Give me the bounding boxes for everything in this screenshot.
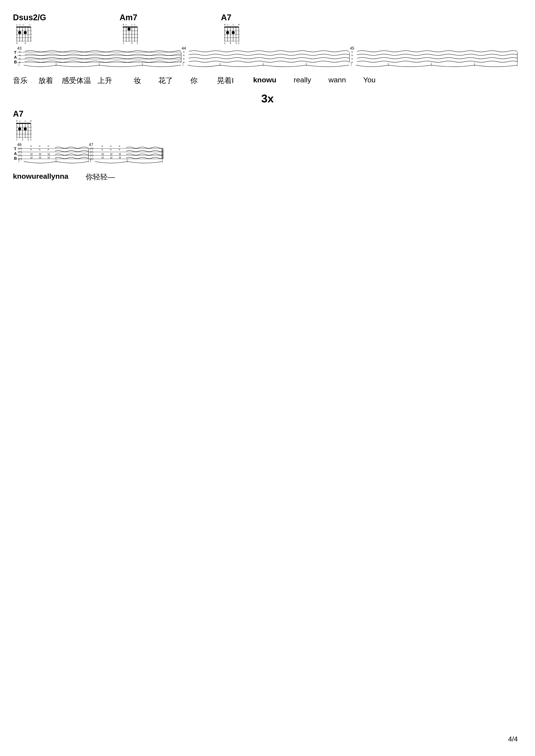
chord-diagram-am7: × ○ ○ ○ [120,23,141,45]
lyric-huala: 花了 [158,76,173,86]
page-number: 4/4 [508,735,518,743]
tab-staff-row2: T A B 46 (×) (×) (×) (×) ^ ^ ∪ ∪ [13,142,522,171]
svg-point-116 [18,127,21,130]
svg-text:∪: ∪ [110,152,113,156]
chord-diagram-a7-r2: × ○ ○ × 1 3 3 1 [13,120,35,141]
svg-text:∪: ∪ [101,152,104,156]
svg-text:(×): (×) [90,147,93,150]
svg-point-36 [127,28,130,31]
svg-text:○: ○ [22,23,24,26]
svg-point-56 [226,31,229,34]
svg-text:∪: ∪ [110,155,113,159]
chord-name-dsus2g: Dsus2/G [13,13,46,22]
svg-text:46: 46 [17,143,21,147]
svg-rect-24 [123,27,137,27]
lyric-ganshouti: 感受体温 [62,76,91,86]
lyric-knowurea: knowurea [13,172,47,182]
svg-text:^: ^ [119,148,120,152]
svg-text:B: B [14,60,17,64]
svg-text:T: T [14,50,16,55]
lyric-knowu: knowu [253,76,276,86]
lyric-yinyue: 音乐 [13,76,28,86]
svg-text:3: 3 [230,42,231,44]
repeat-marker: 3x [13,92,522,105]
svg-text:×: × [183,57,185,61]
svg-text:43: 43 [17,46,21,50]
svg-rect-104 [16,123,31,124]
svg-text:×: × [19,61,21,64]
tab-staff-row1: T A B 43 × × × × [13,46,522,75]
svg-text:45: 45 [350,46,354,50]
svg-text:2: 2 [137,42,138,44]
svg-text:×: × [351,54,353,57]
svg-text:47: 47 [89,143,93,147]
svg-text:∪: ∪ [47,152,50,156]
svg-text:×: × [224,23,226,26]
svg-rect-4 [16,27,31,27]
lyric-you: You [363,76,376,86]
svg-text:44: 44 [182,46,186,50]
svg-text:^: ^ [101,145,103,149]
svg-text:∪: ∪ [30,152,33,156]
svg-text:∪: ∪ [119,152,121,156]
svg-text:○: ○ [125,23,127,26]
svg-text:(×): (×) [18,154,22,157]
svg-text:^: ^ [110,145,112,149]
svg-text:×: × [123,23,124,26]
chord-name-a7-r2: A7 [13,109,23,119]
svg-text:∪: ∪ [119,155,121,159]
svg-point-17 [24,31,27,34]
svg-text:A: A [14,55,17,60]
svg-text:×: × [183,50,185,54]
lyric-shangsheng: 上升 [98,76,112,86]
lyric-niqingqing: 你轻轻— [86,172,115,182]
svg-text:(×): (×) [18,157,22,160]
svg-point-117 [24,127,27,130]
svg-text:×: × [351,50,353,54]
svg-text:○: ○ [19,23,21,26]
svg-text:○: ○ [19,120,20,123]
svg-point-16 [18,31,21,34]
lyrics-row2: knowurea llynna 你轻轻— [13,172,522,182]
chord-name-a7-r1: A7 [221,13,232,22]
svg-text:3: 3 [22,138,23,141]
svg-text:×: × [19,57,21,61]
svg-text:1: 1 [238,42,239,44]
svg-text:A: A [14,151,17,156]
lyric-ni: 你 [190,76,198,86]
lyric-huanzhui: 晃着I [217,76,234,86]
svg-text:(×): (×) [18,150,22,153]
chord-diagram-a7-r1: × ○ ○ × [221,23,242,45]
svg-text:○: ○ [134,23,135,26]
svg-text:3: 3 [27,138,29,141]
svg-text:^: ^ [39,145,41,149]
svg-text:×: × [183,54,185,57]
svg-text:×: × [351,57,353,61]
lyric-fangzhe: 放着 [39,76,53,86]
svg-text:(×): (×) [90,154,93,157]
lyric-llynna: llynna [47,172,69,182]
lyric-zhuang: 妆 [134,76,141,86]
svg-text:B: B [14,156,17,161]
chord-name-am7: Am7 [120,13,137,22]
svg-text:○: ○ [24,120,26,123]
svg-text:(×): (×) [18,147,22,150]
svg-text:3: 3 [131,42,132,44]
svg-text:○: ○ [232,23,234,26]
svg-text:×: × [19,54,21,57]
svg-text:∪: ∪ [47,155,50,159]
svg-text:×: × [16,120,18,123]
svg-text:^: ^ [101,148,103,152]
svg-text:^: ^ [47,145,49,149]
svg-text:1: 1 [30,138,32,141]
svg-text:1: 1 [16,138,17,141]
svg-text:∪: ∪ [101,155,104,159]
svg-text:×: × [183,61,185,64]
svg-text:4: 4 [25,42,26,44]
svg-text:○: ○ [16,23,18,26]
svg-rect-44 [224,27,239,27]
svg-text:1: 1 [224,42,225,44]
svg-text:∪: ∪ [39,155,42,159]
svg-text:^: ^ [47,148,49,152]
lyrics-row1: 音乐 放着 感受体温 上升 妆 花了 你 晃着I knowu really wa… [13,76,522,86]
